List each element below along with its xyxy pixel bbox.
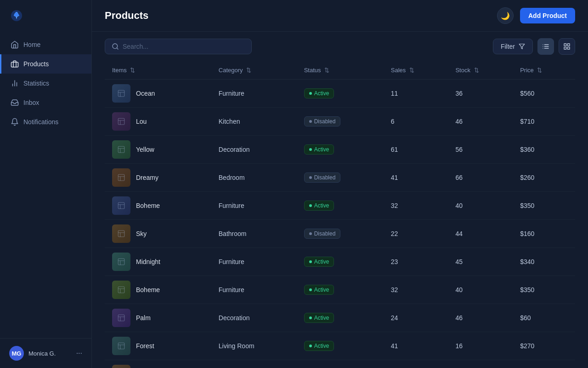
grid-view-icon xyxy=(563,43,571,50)
table-row[interactable]: Ocean Furniture Active 11 36 $560 xyxy=(105,80,575,108)
item-price-cell: $360 xyxy=(513,136,575,164)
item-price-cell: $60 xyxy=(513,304,575,332)
sort-icon: ⇅ xyxy=(246,67,251,74)
status-dot xyxy=(309,176,312,179)
list-view-button[interactable] xyxy=(537,38,554,55)
item-thumbnail xyxy=(112,112,130,131)
page-header: Products 🌙 Add Product xyxy=(92,0,588,32)
page-title: Products xyxy=(105,10,148,22)
item-name-cell: Lou xyxy=(105,108,211,136)
sidebar-item-inbox[interactable]: Inbox xyxy=(0,93,91,112)
item-name: Boheme xyxy=(136,286,160,293)
svg-rect-23 xyxy=(118,259,124,265)
products-icon xyxy=(11,60,19,68)
grid-view-button[interactable] xyxy=(559,38,575,55)
item-category-cell: Kitchen xyxy=(211,108,297,136)
item-status-cell: Disabled xyxy=(297,360,384,368)
status-dot xyxy=(309,260,312,263)
status-badge: Active xyxy=(304,144,334,155)
item-name-cell: Forest xyxy=(105,332,211,360)
header-actions: 🌙 Add Product xyxy=(497,7,575,24)
item-status-cell: Active xyxy=(297,136,384,164)
item-name: Dreamy xyxy=(136,174,158,181)
thumb-icon xyxy=(117,230,125,238)
item-name-cell: Sky xyxy=(105,220,211,248)
list-view-icon xyxy=(542,43,549,50)
table-row[interactable]: Dreamy Bedroom Disabled 41 66 $260 xyxy=(105,164,575,192)
item-price-cell: $710 xyxy=(513,108,575,136)
item-name: Ocean xyxy=(136,90,155,97)
sort-icon: ⇅ xyxy=(409,67,414,74)
item-status-cell: Active xyxy=(297,248,384,276)
item-thumbnail xyxy=(112,84,130,103)
item-status-cell: Active xyxy=(297,276,384,304)
item-stock-cell: 16 xyxy=(448,360,513,368)
sidebar-item-label: Products xyxy=(23,60,49,68)
item-price-cell: $270 xyxy=(513,332,575,360)
item-thumbnail xyxy=(112,140,130,159)
table-row[interactable]: Boheme Furniture Active 32 40 $350 xyxy=(105,276,575,304)
table-row[interactable]: Forest Living Room Active 41 16 $270 xyxy=(105,332,575,360)
item-price-cell: $350 xyxy=(513,276,575,304)
table-row[interactable]: Yellow Decoration Active 61 56 $360 xyxy=(105,136,575,164)
more-options-button[interactable]: ··· xyxy=(76,349,82,357)
item-thumbnail xyxy=(112,309,130,327)
item-stock-cell: 46 xyxy=(448,108,513,136)
moon-icon: 🌙 xyxy=(501,12,510,20)
item-category-cell: Bathroom xyxy=(211,220,297,248)
theme-toggle-button[interactable]: 🌙 xyxy=(497,7,514,24)
add-product-button[interactable]: Add Product xyxy=(520,8,575,23)
svg-rect-17 xyxy=(118,90,124,97)
col-items[interactable]: Items ⇅ xyxy=(105,61,211,80)
col-status[interactable]: Status ⇅ xyxy=(297,61,384,80)
sidebar-item-home[interactable]: Home xyxy=(0,35,91,54)
col-price[interactable]: Price ⇅ xyxy=(513,61,575,80)
item-category-cell: Decoration xyxy=(211,304,297,332)
sidebar-item-statistics[interactable]: Statistics xyxy=(0,74,91,93)
thumb-icon xyxy=(117,201,125,210)
svg-rect-24 xyxy=(118,287,124,293)
svg-rect-14 xyxy=(567,44,570,46)
item-name: Yellow xyxy=(136,146,154,153)
search-box xyxy=(105,39,252,54)
table-row[interactable]: Sky Bathroom Disabled 22 44 $160 xyxy=(105,220,575,248)
table-row[interactable]: Palm Decoration Active 24 46 $60 xyxy=(105,304,575,332)
status-dot xyxy=(309,148,312,151)
svg-rect-0 xyxy=(11,62,18,67)
filter-icon xyxy=(519,43,525,50)
item-thumbnail xyxy=(112,196,130,215)
status-badge: Disabled xyxy=(304,229,341,239)
sidebar-item-label: Inbox xyxy=(23,99,39,106)
item-sales-cell: 61 xyxy=(384,136,448,164)
user-name: Monica G. xyxy=(28,350,72,357)
sidebar-item-notifications[interactable]: Notifications xyxy=(0,112,91,132)
status-badge: Active xyxy=(304,201,334,211)
col-sales[interactable]: Sales ⇅ xyxy=(384,61,448,80)
table-body: Ocean Furniture Active 11 36 $560 Lou K xyxy=(105,80,575,368)
sort-icon: ⇅ xyxy=(324,67,329,74)
item-status-cell: Disabled xyxy=(297,164,384,192)
table-row[interactable]: Sand Living Room Disabled 52 16 $230 xyxy=(105,360,575,368)
item-price-cell: $560 xyxy=(513,80,575,108)
item-category-cell: Furniture xyxy=(211,276,297,304)
thumb-icon xyxy=(117,145,125,154)
table-row[interactable]: Boheme Furniture Active 32 40 $350 xyxy=(105,192,575,220)
col-stock[interactable]: Stock ⇅ xyxy=(448,61,513,80)
item-price-cell: $160 xyxy=(513,220,575,248)
status-badge: Active xyxy=(304,88,334,98)
sidebar-item-label: Notifications xyxy=(23,118,58,126)
item-name: Palm xyxy=(136,314,151,322)
search-input[interactable] xyxy=(123,43,245,50)
sidebar-nav: Home Products Statistics Inbox xyxy=(0,31,91,338)
table-row[interactable]: Midnight Furniture Active 23 45 $340 xyxy=(105,248,575,276)
filter-button[interactable]: Filter xyxy=(493,39,533,54)
status-dot xyxy=(309,316,312,319)
col-category[interactable]: Category ⇅ xyxy=(211,61,297,80)
sidebar-item-products[interactable]: Products xyxy=(0,54,91,74)
item-price-cell: $350 xyxy=(513,192,575,220)
table-row[interactable]: Lou Kitchen Disabled 6 46 $710 xyxy=(105,108,575,136)
svg-rect-22 xyxy=(118,230,124,237)
thumb-icon xyxy=(117,258,125,266)
svg-rect-13 xyxy=(564,44,566,46)
item-price-cell: $340 xyxy=(513,248,575,276)
